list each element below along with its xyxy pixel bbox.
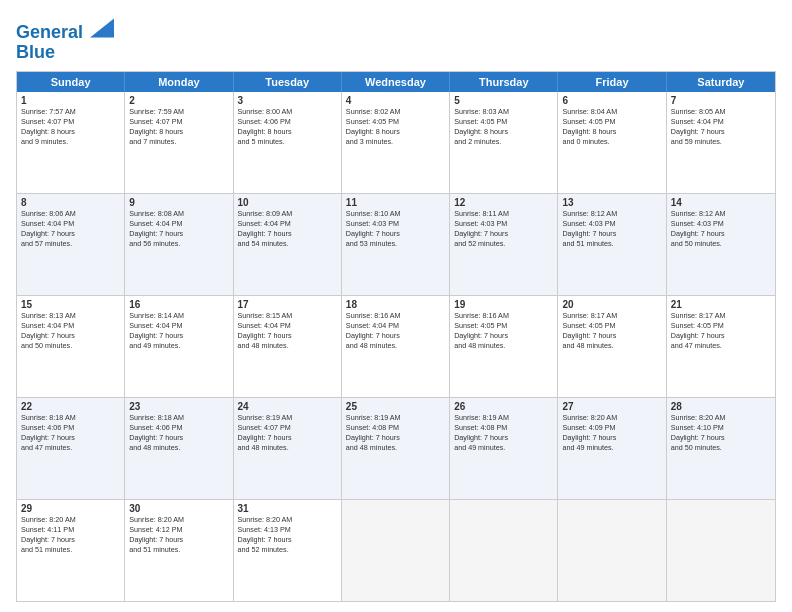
day-number: 3 xyxy=(238,95,337,106)
week-5: 29Sunrise: 8:20 AMSunset: 4:11 PMDayligh… xyxy=(17,499,775,601)
cell-info: Sunrise: 8:18 AMSunset: 4:06 PMDaylight:… xyxy=(129,413,228,453)
day-number: 29 xyxy=(21,503,120,514)
cell-info: Sunrise: 8:02 AMSunset: 4:05 PMDaylight:… xyxy=(346,107,445,147)
calendar-cell: 14Sunrise: 8:12 AMSunset: 4:03 PMDayligh… xyxy=(667,194,775,295)
day-number: 6 xyxy=(562,95,661,106)
calendar-cell: 10Sunrise: 8:09 AMSunset: 4:04 PMDayligh… xyxy=(234,194,342,295)
calendar-cell: 24Sunrise: 8:19 AMSunset: 4:07 PMDayligh… xyxy=(234,398,342,499)
calendar-cell: 5Sunrise: 8:03 AMSunset: 4:05 PMDaylight… xyxy=(450,92,558,193)
cell-info: Sunrise: 8:00 AMSunset: 4:06 PMDaylight:… xyxy=(238,107,337,147)
cell-info: Sunrise: 8:20 AMSunset: 4:11 PMDaylight:… xyxy=(21,515,120,555)
cell-info: Sunrise: 8:11 AMSunset: 4:03 PMDaylight:… xyxy=(454,209,553,249)
day-number: 12 xyxy=(454,197,553,208)
calendar-cell: 12Sunrise: 8:11 AMSunset: 4:03 PMDayligh… xyxy=(450,194,558,295)
cell-info: Sunrise: 8:16 AMSunset: 4:04 PMDaylight:… xyxy=(346,311,445,351)
calendar: SundayMondayTuesdayWednesdayThursdayFrid… xyxy=(16,71,776,602)
day-number: 27 xyxy=(562,401,661,412)
day-number: 30 xyxy=(129,503,228,514)
day-number: 24 xyxy=(238,401,337,412)
calendar-cell: 11Sunrise: 8:10 AMSunset: 4:03 PMDayligh… xyxy=(342,194,450,295)
week-4: 22Sunrise: 8:18 AMSunset: 4:06 PMDayligh… xyxy=(17,397,775,499)
day-number: 18 xyxy=(346,299,445,310)
week-1: 1Sunrise: 7:57 AMSunset: 4:07 PMDaylight… xyxy=(17,92,775,193)
calendar-cell: 31Sunrise: 8:20 AMSunset: 4:13 PMDayligh… xyxy=(234,500,342,601)
day-number: 15 xyxy=(21,299,120,310)
cell-info: Sunrise: 8:14 AMSunset: 4:04 PMDaylight:… xyxy=(129,311,228,351)
calendar-cell: 29Sunrise: 8:20 AMSunset: 4:11 PMDayligh… xyxy=(17,500,125,601)
day-number: 7 xyxy=(671,95,771,106)
header-cell-saturday: Saturday xyxy=(667,72,775,92)
calendar-cell xyxy=(667,500,775,601)
cell-info: Sunrise: 8:13 AMSunset: 4:04 PMDaylight:… xyxy=(21,311,120,351)
day-number: 16 xyxy=(129,299,228,310)
cell-info: Sunrise: 8:10 AMSunset: 4:03 PMDaylight:… xyxy=(346,209,445,249)
day-number: 19 xyxy=(454,299,553,310)
calendar-cell: 6Sunrise: 8:04 AMSunset: 4:05 PMDaylight… xyxy=(558,92,666,193)
cell-info: Sunrise: 8:18 AMSunset: 4:06 PMDaylight:… xyxy=(21,413,120,453)
cell-info: Sunrise: 8:04 AMSunset: 4:05 PMDaylight:… xyxy=(562,107,661,147)
cell-info: Sunrise: 8:19 AMSunset: 4:07 PMDaylight:… xyxy=(238,413,337,453)
header-cell-sunday: Sunday xyxy=(17,72,125,92)
day-number: 8 xyxy=(21,197,120,208)
calendar-cell: 28Sunrise: 8:20 AMSunset: 4:10 PMDayligh… xyxy=(667,398,775,499)
calendar-cell: 9Sunrise: 8:08 AMSunset: 4:04 PMDaylight… xyxy=(125,194,233,295)
week-2: 8Sunrise: 8:06 AMSunset: 4:04 PMDaylight… xyxy=(17,193,775,295)
day-number: 25 xyxy=(346,401,445,412)
day-number: 9 xyxy=(129,197,228,208)
cell-info: Sunrise: 8:20 AMSunset: 4:12 PMDaylight:… xyxy=(129,515,228,555)
day-number: 2 xyxy=(129,95,228,106)
calendar-cell xyxy=(342,500,450,601)
logo: General Blue xyxy=(16,20,114,63)
day-number: 13 xyxy=(562,197,661,208)
day-number: 28 xyxy=(671,401,771,412)
calendar-body: 1Sunrise: 7:57 AMSunset: 4:07 PMDaylight… xyxy=(17,92,775,601)
cell-info: Sunrise: 8:03 AMSunset: 4:05 PMDaylight:… xyxy=(454,107,553,147)
header-cell-thursday: Thursday xyxy=(450,72,558,92)
day-number: 10 xyxy=(238,197,337,208)
week-3: 15Sunrise: 8:13 AMSunset: 4:04 PMDayligh… xyxy=(17,295,775,397)
cell-info: Sunrise: 8:19 AMSunset: 4:08 PMDaylight:… xyxy=(454,413,553,453)
header-cell-friday: Friday xyxy=(558,72,666,92)
day-number: 14 xyxy=(671,197,771,208)
calendar-cell: 27Sunrise: 8:20 AMSunset: 4:09 PMDayligh… xyxy=(558,398,666,499)
calendar-cell: 8Sunrise: 8:06 AMSunset: 4:04 PMDaylight… xyxy=(17,194,125,295)
day-number: 22 xyxy=(21,401,120,412)
cell-info: Sunrise: 8:06 AMSunset: 4:04 PMDaylight:… xyxy=(21,209,120,249)
svg-marker-0 xyxy=(90,19,114,38)
cell-info: Sunrise: 8:12 AMSunset: 4:03 PMDaylight:… xyxy=(562,209,661,249)
cell-info: Sunrise: 8:17 AMSunset: 4:05 PMDaylight:… xyxy=(562,311,661,351)
day-number: 21 xyxy=(671,299,771,310)
cell-info: Sunrise: 7:57 AMSunset: 4:07 PMDaylight:… xyxy=(21,107,120,147)
day-number: 20 xyxy=(562,299,661,310)
calendar-cell xyxy=(450,500,558,601)
cell-info: Sunrise: 8:12 AMSunset: 4:03 PMDaylight:… xyxy=(671,209,771,249)
calendar-cell: 15Sunrise: 8:13 AMSunset: 4:04 PMDayligh… xyxy=(17,296,125,397)
calendar-cell: 17Sunrise: 8:15 AMSunset: 4:04 PMDayligh… xyxy=(234,296,342,397)
calendar-cell xyxy=(558,500,666,601)
header-cell-monday: Monday xyxy=(125,72,233,92)
day-number: 26 xyxy=(454,401,553,412)
calendar-cell: 19Sunrise: 8:16 AMSunset: 4:05 PMDayligh… xyxy=(450,296,558,397)
header: General Blue xyxy=(16,16,776,63)
day-number: 17 xyxy=(238,299,337,310)
calendar-cell: 30Sunrise: 8:20 AMSunset: 4:12 PMDayligh… xyxy=(125,500,233,601)
cell-info: Sunrise: 8:09 AMSunset: 4:04 PMDaylight:… xyxy=(238,209,337,249)
logo-icon xyxy=(90,18,114,38)
calendar-cell: 7Sunrise: 8:05 AMSunset: 4:04 PMDaylight… xyxy=(667,92,775,193)
day-number: 31 xyxy=(238,503,337,514)
day-number: 23 xyxy=(129,401,228,412)
cell-info: Sunrise: 8:05 AMSunset: 4:04 PMDaylight:… xyxy=(671,107,771,147)
day-number: 4 xyxy=(346,95,445,106)
cell-info: Sunrise: 8:20 AMSunset: 4:09 PMDaylight:… xyxy=(562,413,661,453)
day-number: 5 xyxy=(454,95,553,106)
calendar-cell: 22Sunrise: 8:18 AMSunset: 4:06 PMDayligh… xyxy=(17,398,125,499)
calendar-cell: 23Sunrise: 8:18 AMSunset: 4:06 PMDayligh… xyxy=(125,398,233,499)
calendar-cell: 25Sunrise: 8:19 AMSunset: 4:08 PMDayligh… xyxy=(342,398,450,499)
calendar-cell: 1Sunrise: 7:57 AMSunset: 4:07 PMDaylight… xyxy=(17,92,125,193)
calendar-cell: 16Sunrise: 8:14 AMSunset: 4:04 PMDayligh… xyxy=(125,296,233,397)
logo-text: General xyxy=(16,20,114,43)
page: General Blue SundayMondayTuesdayWednesda… xyxy=(0,0,792,612)
calendar-cell: 2Sunrise: 7:59 AMSunset: 4:07 PMDaylight… xyxy=(125,92,233,193)
cell-info: Sunrise: 7:59 AMSunset: 4:07 PMDaylight:… xyxy=(129,107,228,147)
calendar-cell: 20Sunrise: 8:17 AMSunset: 4:05 PMDayligh… xyxy=(558,296,666,397)
